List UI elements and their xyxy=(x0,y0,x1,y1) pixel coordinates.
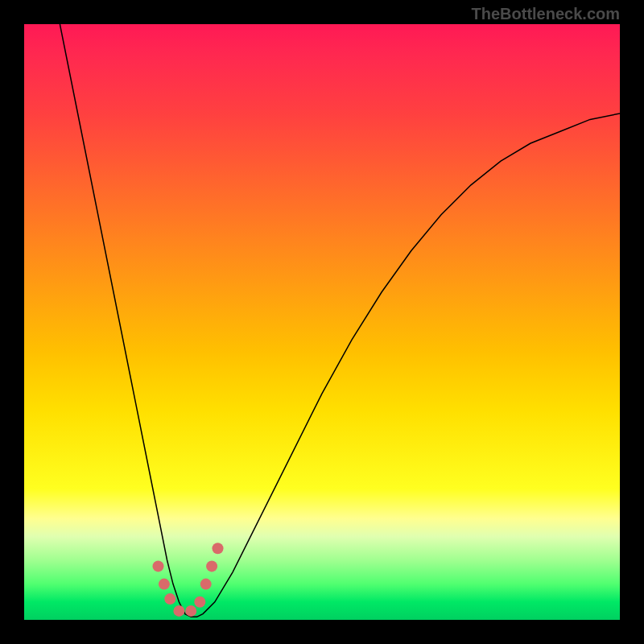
curve-marker xyxy=(185,605,196,617)
plot-area xyxy=(24,24,620,620)
curve-marker xyxy=(159,579,170,590)
curve-marker xyxy=(164,593,175,605)
curve-marker xyxy=(153,560,164,572)
marker-group xyxy=(153,543,224,617)
bottleneck-curve xyxy=(60,24,620,617)
curve-marker xyxy=(173,605,184,617)
curve-marker xyxy=(206,560,217,572)
curve-marker xyxy=(194,597,205,608)
curve-marker xyxy=(213,543,224,554)
attribution-text: TheBottleneck.com xyxy=(472,5,620,23)
curve-marker xyxy=(200,579,212,590)
chart-svg xyxy=(24,24,620,620)
